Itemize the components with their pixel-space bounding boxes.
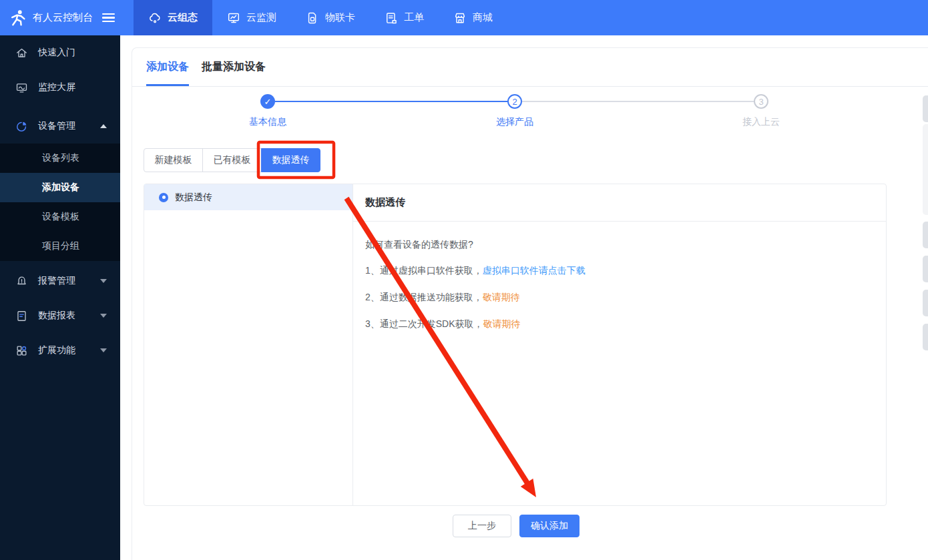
step-3-circle: 3 [754, 94, 768, 109]
sidebar-label: 扩展功能 [38, 344, 75, 356]
expand-caret-icon [100, 314, 107, 318]
sidebar-subitem-project-group[interactable]: 项目分组 [0, 232, 120, 261]
sidebar-item-monitor-screen[interactable]: 监控大屏 [0, 70, 120, 105]
passthrough-detail-pane: 数据透传 如何查看设备的透传数据? 1、通过虚拟串口软件获取，虚拟串口软件请点击… [353, 184, 886, 505]
check-icon: ✓ [264, 97, 272, 107]
stepper-line-done [275, 101, 507, 102]
nav-item-work-order[interactable]: 工单 [370, 0, 439, 35]
sidebar-sublabel: 添加设备 [42, 182, 79, 194]
sidebar-subitem-add-device[interactable]: 添加设备 [0, 173, 120, 202]
home-icon [15, 47, 28, 59]
instruction-text: 1、通过虚拟串口软件获取， [365, 265, 483, 276]
logo-area: 有人云控制台 [0, 0, 120, 35]
sidebar-label: 监控大屏 [38, 81, 75, 93]
app-title: 有人云控制台 [33, 11, 93, 24]
monitor-chart-icon [227, 11, 240, 25]
edge-tab[interactable] [923, 290, 928, 316]
sidebar-subitem-device-template[interactable]: 设备模板 [0, 202, 120, 232]
report-doc-icon [15, 310, 28, 322]
confirm-add-button[interactable]: 确认添加 [519, 515, 579, 537]
cloud-icon [148, 11, 162, 25]
sidebar-item-device-management[interactable]: 设备管理 [0, 109, 120, 144]
scrollbar-thumb[interactable] [923, 95, 928, 122]
expand-caret-icon [100, 279, 107, 283]
nav-label: 云监测 [246, 11, 276, 24]
stepper-line-pending [522, 101, 754, 102]
sidebar-item-data-report[interactable]: 数据报表 [0, 298, 120, 333]
alarm-bell-icon [15, 275, 28, 288]
sidebar-label: 快速入门 [38, 47, 75, 59]
tab-batch-add-device[interactable]: 批量添加设备 [202, 48, 266, 86]
previous-step-button[interactable]: 上一步 [453, 515, 511, 537]
nav-label: 物联卡 [325, 11, 355, 24]
nav-item-mall[interactable]: 商城 [439, 0, 507, 35]
collapse-caret-icon [100, 124, 107, 128]
sidebar-label: 设备管理 [38, 120, 75, 132]
work-order-icon [385, 11, 398, 25]
tab-data-passthrough[interactable]: 数据透传 [261, 148, 320, 172]
sidebar-label: 报警管理 [38, 275, 75, 287]
sidebar-item-extensions[interactable]: 扩展功能 [0, 333, 120, 368]
runner-logo-icon [9, 9, 27, 27]
pane-title: 数据透传 [353, 184, 886, 222]
question-text: 如何查看设备的透传数据? [365, 239, 874, 251]
instruction-text: 3、通过二次开发SDK获取， [365, 318, 483, 329]
device-management-submenu: 设备列表 添加设备 设备模板 项目分组 [0, 144, 120, 261]
sim-card-icon [306, 11, 319, 25]
page-tab-row: 添加设备 批量添加设备 [132, 48, 928, 87]
tab-new-template[interactable]: 新建模板 [144, 148, 203, 172]
passthrough-panel: 数据透传 数据透传 如何查看设备的透传数据? 1、通过虚拟串口软件获取，虚拟串口… [144, 184, 887, 506]
hamburger-menu-icon[interactable] [102, 13, 115, 23]
step-2-label: 选择产品 [468, 116, 561, 128]
radio-selected-icon[interactable] [159, 193, 168, 202]
big-screen-icon [15, 81, 28, 94]
device-pie-icon [15, 120, 28, 133]
pending-text: 敬请期待 [483, 292, 520, 302]
edge-tab[interactable] [923, 222, 928, 248]
tab-existing-template[interactable]: 已有模板 [202, 148, 262, 172]
nav-item-cloud-scada[interactable]: 云组态 [134, 0, 212, 35]
sidebar-item-alarm-management[interactable]: 报警管理 [0, 264, 120, 298]
step-1-label: 基本信息 [221, 116, 314, 128]
nav-item-cloud-monitor[interactable]: 云监测 [212, 0, 291, 35]
app-window: 有人云控制台 云组态 云监测 [0, 0, 928, 560]
top-navbar: 有人云控制台 云组态 云监测 [0, 0, 928, 35]
edge-tab[interactable] [923, 124, 928, 215]
pane-body: 如何查看设备的透传数据? 1、通过虚拟串口软件获取，虚拟串口软件请点击下载 2、… [353, 222, 886, 345]
download-link[interactable]: 虚拟串口软件请点击下载 [483, 265, 586, 276]
instruction-text: 2、通过数据推送功能获取， [365, 292, 483, 302]
sidebar-item-quick-start[interactable]: 快速入门 [0, 35, 120, 70]
top-nav-list: 云组态 云监测 物联卡 [134, 0, 507, 35]
nav-label: 商城 [473, 11, 493, 24]
storefront-icon [453, 11, 467, 25]
instruction-row: 3、通过二次开发SDK获取，敬请期待 [365, 318, 874, 330]
template-tab-group: 新建模板 已有模板 数据透传 [144, 148, 320, 172]
sidebar-sublabel: 项目分组 [42, 240, 79, 252]
sidebar-label: 数据报表 [38, 310, 75, 322]
sidebar-sublabel: 设备列表 [42, 152, 79, 164]
nav-label: 工单 [404, 11, 424, 24]
edge-tab[interactable] [923, 324, 928, 350]
tab-add-device[interactable]: 添加设备 [146, 48, 189, 86]
instruction-row: 2、通过数据推送功能获取，敬请期待 [365, 292, 874, 304]
passthrough-option-list: 数据透传 [144, 184, 353, 505]
nav-item-iot-card[interactable]: 物联卡 [291, 0, 370, 35]
apps-grid-icon [15, 344, 28, 357]
list-item-label: 数据透传 [175, 192, 212, 204]
nav-label: 云组态 [168, 11, 198, 24]
instruction-row: 1、通过虚拟串口软件获取，虚拟串口软件请点击下载 [365, 265, 874, 277]
expand-caret-icon [100, 348, 107, 352]
left-sidebar: 快速入门 监控大屏 设备管理 设备列表 添加设备 设备模板 项目分组 [0, 35, 120, 560]
list-item-data-passthrough[interactable]: 数据透传 [144, 184, 353, 210]
step-1-circle: ✓ [260, 94, 275, 109]
step-3-label: 接入上云 [714, 116, 808, 128]
pending-text: 敬请期待 [483, 318, 521, 329]
step-2-circle: 2 [507, 94, 522, 109]
sidebar-subitem-device-list[interactable]: 设备列表 [0, 144, 120, 173]
edge-tab[interactable] [923, 256, 928, 282]
sidebar-sublabel: 设备模板 [42, 211, 79, 223]
